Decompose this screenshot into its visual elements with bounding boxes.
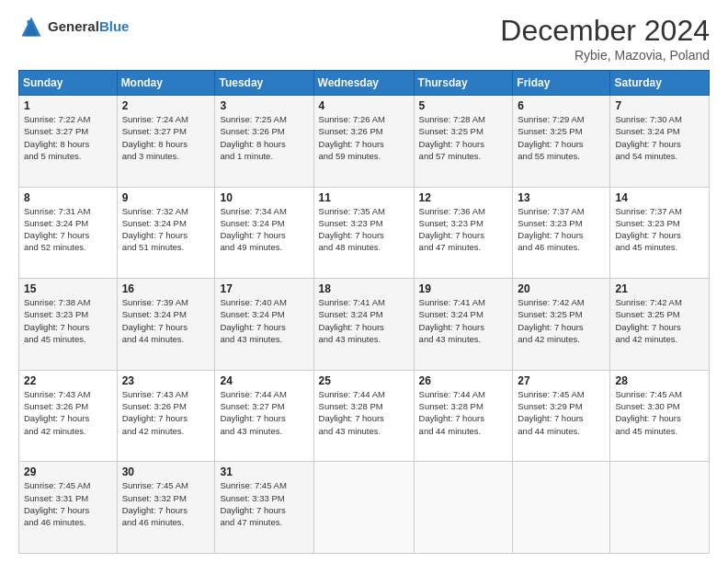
calendar-cell: 5Sunrise: 7:28 AMSunset: 3:25 PMDaylight… (414, 96, 513, 188)
calendar-cell: 20Sunrise: 7:42 AMSunset: 3:25 PMDayligh… (513, 279, 610, 371)
week-row-2: 8Sunrise: 7:31 AMSunset: 3:24 PMDaylight… (19, 187, 710, 279)
calendar-cell: 14Sunrise: 7:37 AMSunset: 3:23 PMDayligh… (610, 187, 710, 279)
weekday-header-row: SundayMondayTuesdayWednesdayThursdayFrid… (19, 71, 710, 96)
day-number: 18 (319, 282, 409, 295)
calendar-cell: 10Sunrise: 7:34 AMSunset: 3:24 PMDayligh… (215, 187, 313, 279)
day-info: Sunrise: 7:45 AMSunset: 3:33 PMDaylight:… (220, 479, 308, 528)
day-info: Sunrise: 7:41 AMSunset: 3:24 PMDaylight:… (419, 296, 508, 345)
calendar-cell (513, 462, 610, 554)
calendar-cell: 31Sunrise: 7:45 AMSunset: 3:33 PMDayligh… (215, 462, 313, 554)
day-number: 14 (615, 191, 704, 204)
calendar-cell: 9Sunrise: 7:32 AMSunset: 3:24 PMDaylight… (117, 187, 215, 279)
day-number: 24 (220, 374, 308, 387)
weekday-saturday: Saturday (610, 71, 710, 96)
day-number: 12 (419, 191, 508, 204)
calendar-cell (414, 462, 513, 554)
title-section: December 2024 Rybie, Mazovia, Poland (500, 14, 710, 63)
day-number: 29 (24, 465, 112, 478)
calendar-cell (313, 462, 414, 554)
calendar-cell: 11Sunrise: 7:35 AMSunset: 3:23 PMDayligh… (313, 187, 414, 279)
day-number: 20 (518, 282, 605, 295)
calendar-cell: 24Sunrise: 7:44 AMSunset: 3:27 PMDayligh… (215, 370, 313, 462)
weekday-friday: Friday (513, 71, 610, 96)
day-info: Sunrise: 7:44 AMSunset: 3:28 PMDaylight:… (319, 388, 409, 437)
day-info: Sunrise: 7:29 AMSunset: 3:25 PMDaylight:… (518, 113, 605, 162)
svg-rect-2 (28, 20, 31, 24)
day-number: 21 (615, 282, 704, 295)
day-info: Sunrise: 7:38 AMSunset: 3:23 PMDaylight:… (24, 296, 112, 345)
day-number: 22 (24, 374, 112, 387)
calendar-cell: 19Sunrise: 7:41 AMSunset: 3:24 PMDayligh… (414, 279, 513, 371)
calendar-body: 1Sunrise: 7:22 AMSunset: 3:27 PMDaylight… (19, 96, 710, 554)
calendar-cell: 17Sunrise: 7:40 AMSunset: 3:24 PMDayligh… (215, 279, 313, 371)
day-info: Sunrise: 7:44 AMSunset: 3:28 PMDaylight:… (419, 388, 508, 437)
day-info: Sunrise: 7:44 AMSunset: 3:27 PMDaylight:… (220, 388, 308, 437)
day-info: Sunrise: 7:43 AMSunset: 3:26 PMDaylight:… (122, 388, 210, 437)
calendar-cell: 4Sunrise: 7:26 AMSunset: 3:26 PMDaylight… (313, 96, 414, 188)
calendar-cell: 18Sunrise: 7:41 AMSunset: 3:24 PMDayligh… (313, 279, 414, 371)
weekday-monday: Monday (117, 71, 215, 96)
day-info: Sunrise: 7:26 AMSunset: 3:26 PMDaylight:… (319, 113, 409, 162)
day-number: 3 (220, 99, 308, 112)
day-info: Sunrise: 7:42 AMSunset: 3:25 PMDaylight:… (518, 296, 605, 345)
calendar-cell: 27Sunrise: 7:45 AMSunset: 3:29 PMDayligh… (513, 370, 610, 462)
calendar-cell: 12Sunrise: 7:36 AMSunset: 3:23 PMDayligh… (414, 187, 513, 279)
week-row-5: 29Sunrise: 7:45 AMSunset: 3:31 PMDayligh… (19, 462, 710, 554)
day-number: 26 (419, 374, 508, 387)
month-title: December 2024 (500, 14, 710, 48)
week-row-4: 22Sunrise: 7:43 AMSunset: 3:26 PMDayligh… (19, 370, 710, 462)
day-info: Sunrise: 7:42 AMSunset: 3:25 PMDaylight:… (615, 296, 704, 345)
logo-text: GeneralBlue (48, 19, 129, 35)
location-subtitle: Rybie, Mazovia, Poland (500, 48, 710, 63)
day-number: 6 (518, 99, 605, 112)
weekday-wednesday: Wednesday (313, 71, 414, 96)
day-info: Sunrise: 7:45 AMSunset: 3:31 PMDaylight:… (24, 479, 112, 528)
calendar-cell: 13Sunrise: 7:37 AMSunset: 3:23 PMDayligh… (513, 187, 610, 279)
calendar-cell: 3Sunrise: 7:25 AMSunset: 3:26 PMDaylight… (215, 96, 313, 188)
day-number: 25 (319, 374, 409, 387)
day-number: 17 (220, 282, 308, 295)
day-info: Sunrise: 7:39 AMSunset: 3:24 PMDaylight:… (122, 296, 210, 345)
day-number: 4 (319, 99, 409, 112)
calendar-cell (610, 462, 710, 554)
day-number: 9 (122, 191, 210, 204)
day-info: Sunrise: 7:22 AMSunset: 3:27 PMDaylight:… (24, 113, 112, 162)
day-number: 15 (24, 282, 112, 295)
weekday-tuesday: Tuesday (215, 71, 313, 96)
day-number: 28 (615, 374, 704, 387)
day-number: 8 (24, 191, 112, 204)
calendar-cell: 26Sunrise: 7:44 AMSunset: 3:28 PMDayligh… (414, 370, 513, 462)
calendar-cell: 30Sunrise: 7:45 AMSunset: 3:32 PMDayligh… (117, 462, 215, 554)
day-info: Sunrise: 7:31 AMSunset: 3:24 PMDaylight:… (24, 205, 112, 254)
day-number: 7 (615, 99, 704, 112)
page: GeneralBlue December 2024 Rybie, Mazovia… (0, 0, 728, 563)
week-row-1: 1Sunrise: 7:22 AMSunset: 3:27 PMDaylight… (19, 96, 710, 188)
day-info: Sunrise: 7:36 AMSunset: 3:23 PMDaylight:… (419, 205, 508, 254)
day-info: Sunrise: 7:43 AMSunset: 3:26 PMDaylight:… (24, 388, 112, 437)
calendar-cell: 7Sunrise: 7:30 AMSunset: 3:24 PMDaylight… (610, 96, 710, 188)
day-info: Sunrise: 7:45 AMSunset: 3:30 PMDaylight:… (615, 388, 704, 437)
day-number: 1 (24, 99, 112, 112)
calendar-cell: 22Sunrise: 7:43 AMSunset: 3:26 PMDayligh… (19, 370, 118, 462)
day-info: Sunrise: 7:37 AMSunset: 3:23 PMDaylight:… (518, 205, 605, 254)
day-number: 23 (122, 374, 210, 387)
calendar-cell: 25Sunrise: 7:44 AMSunset: 3:28 PMDayligh… (313, 370, 414, 462)
day-number: 31 (220, 465, 308, 478)
calendar-cell: 2Sunrise: 7:24 AMSunset: 3:27 PMDaylight… (117, 96, 215, 188)
week-row-3: 15Sunrise: 7:38 AMSunset: 3:23 PMDayligh… (19, 279, 710, 371)
day-info: Sunrise: 7:25 AMSunset: 3:26 PMDaylight:… (220, 113, 308, 162)
day-number: 19 (419, 282, 508, 295)
day-info: Sunrise: 7:40 AMSunset: 3:24 PMDaylight:… (220, 296, 308, 345)
calendar-cell: 29Sunrise: 7:45 AMSunset: 3:31 PMDayligh… (19, 462, 118, 554)
calendar-cell: 6Sunrise: 7:29 AMSunset: 3:25 PMDaylight… (513, 96, 610, 188)
calendar-cell: 28Sunrise: 7:45 AMSunset: 3:30 PMDayligh… (610, 370, 710, 462)
calendar-cell: 16Sunrise: 7:39 AMSunset: 3:24 PMDayligh… (117, 279, 215, 371)
calendar-cell: 23Sunrise: 7:43 AMSunset: 3:26 PMDayligh… (117, 370, 215, 462)
day-info: Sunrise: 7:37 AMSunset: 3:23 PMDaylight:… (615, 205, 704, 254)
day-number: 16 (122, 282, 210, 295)
day-number: 27 (518, 374, 605, 387)
day-info: Sunrise: 7:45 AMSunset: 3:29 PMDaylight:… (518, 388, 605, 437)
day-info: Sunrise: 7:41 AMSunset: 3:24 PMDaylight:… (319, 296, 409, 345)
logo-icon (18, 14, 44, 40)
day-info: Sunrise: 7:32 AMSunset: 3:24 PMDaylight:… (122, 205, 210, 254)
